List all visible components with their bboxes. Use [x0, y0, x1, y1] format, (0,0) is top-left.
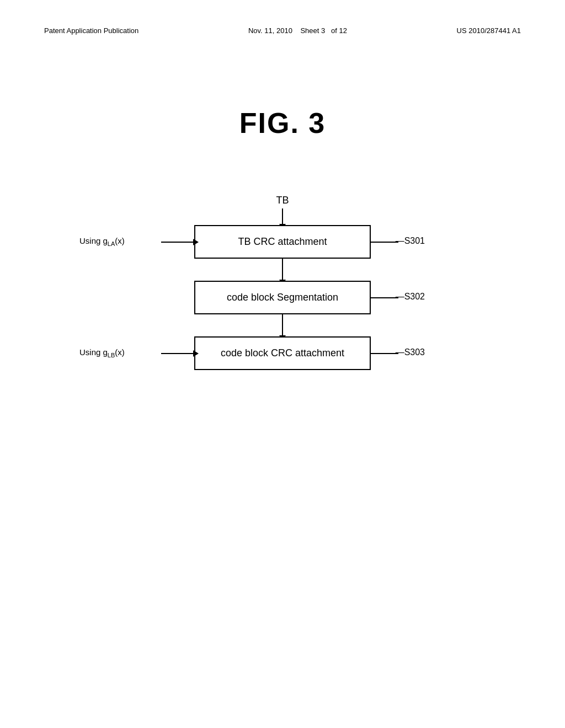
patent-number: US 2010/287441 A1 [457, 26, 521, 35]
diagram-area: TB Using gLA(x) TB CRC attachment —S301 [44, 195, 521, 370]
of-total: of 12 [331, 26, 347, 35]
sheet-label: Sheet 3 [300, 26, 325, 35]
box2-text: code block Segmentation [227, 292, 338, 303]
header-right: US 2010/287441 A1 [457, 26, 521, 35]
header-left: Patent Application Publication [44, 26, 138, 35]
step-s302: —S302 [396, 292, 425, 302]
right-dash-box3 [371, 353, 398, 354]
arrow-gla-to-box1 [161, 242, 194, 243]
row-box3: Using gLB(x) code block CRC attachment —… [44, 336, 521, 370]
header-center: Nov. 11, 2010 Sheet 3 of 12 [248, 26, 347, 35]
using-glb-label: Using gLB(x) [79, 347, 125, 358]
box1-text: TB CRC attachment [238, 236, 327, 247]
box3-text: code block CRC attachment [221, 347, 344, 358]
tb-input-label: TB [276, 195, 289, 206]
right-dash-box1 [371, 242, 398, 243]
arrow-box1-to-box2 [282, 259, 283, 281]
row-box1: Using gLA(x) TB CRC attachment —S301 [44, 225, 521, 259]
page: Patent Application Publication Nov. 11, … [0, 0, 565, 728]
box-code-seg: code block Segmentation —S302 [194, 281, 371, 314]
right-dash-box2 [371, 297, 398, 298]
publication-date: Nov. 11, 2010 [248, 26, 292, 35]
box-tb-crc: Using gLA(x) TB CRC attachment —S301 [194, 225, 371, 259]
figure-title: FIG. 3 [44, 106, 521, 140]
row-box2: code block Segmentation —S302 [44, 281, 521, 314]
box-cb-crc: Using gLB(x) code block CRC attachment —… [194, 336, 371, 370]
arrow-tb-to-box1 [282, 208, 283, 225]
using-gla-label: Using gLA(x) [79, 236, 125, 247]
arrow-box2-to-box3 [282, 314, 283, 336]
step-s301: —S301 [396, 236, 425, 246]
header: Patent Application Publication Nov. 11, … [44, 26, 521, 35]
arrow-glb-to-box3 [161, 353, 194, 354]
step-s303: —S303 [396, 347, 425, 357]
publication-label: Patent Application Publication [44, 26, 138, 35]
